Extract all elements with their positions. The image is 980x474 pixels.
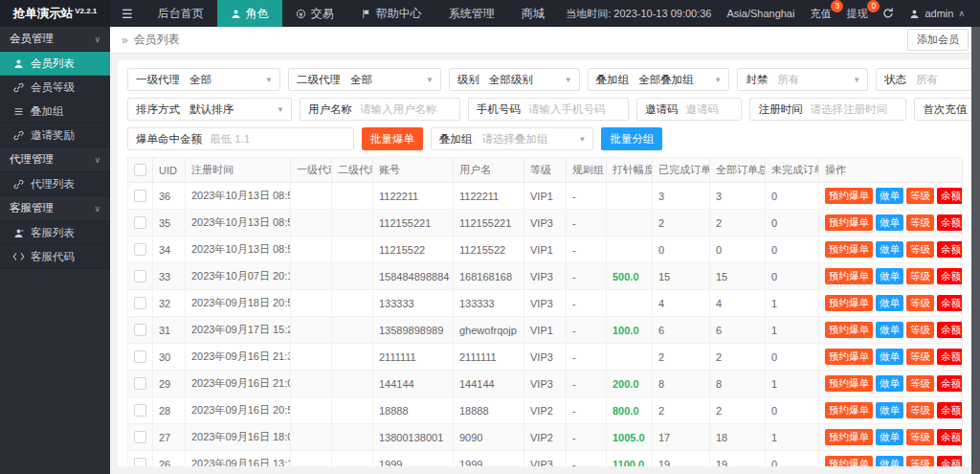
- top-menu-item-1[interactable]: 后台首页: [145, 0, 217, 27]
- sidebar-group-3[interactable]: 客服管理∨: [0, 196, 110, 221]
- action-button-做单[interactable]: 做单: [876, 214, 903, 231]
- withdraw-link[interactable]: 提现 0: [846, 7, 867, 21]
- top-menu-item-5[interactable]: 系统管理: [435, 0, 508, 27]
- action-button-预约爆单[interactable]: 预约爆单: [825, 456, 873, 466]
- action-button-预约爆单[interactable]: 预约爆单: [825, 295, 873, 311]
- row-checkbox[interactable]: [134, 404, 146, 417]
- sidebar-item-会员列表[interactable]: 会员列表: [0, 52, 110, 76]
- row-checkbox[interactable]: [134, 458, 146, 466]
- row-checkbox[interactable]: [134, 297, 146, 309]
- action-button-做单[interactable]: 做单: [876, 295, 903, 311]
- action-button-等级[interactable]: 等级: [906, 295, 934, 311]
- filter-input[interactable]: [528, 100, 628, 119]
- vertical-scrollbar[interactable]: [971, 27, 980, 474]
- filter-邀请码[interactable]: 邀请码: [636, 98, 743, 121]
- sidebar-item-会员等级[interactable]: 会员等级: [0, 76, 110, 100]
- filter-封禁[interactable]: 封禁所有▼: [737, 68, 868, 91]
- action-button-做单[interactable]: 做单: [876, 402, 903, 418]
- action-button-余额[interactable]: 余额: [937, 188, 963, 204]
- filter-用户名称[interactable]: 用户名称: [300, 98, 460, 121]
- action-button-做单[interactable]: 做单: [876, 322, 903, 338]
- row-checkbox[interactable]: [134, 324, 146, 336]
- action-button-预约爆单[interactable]: 预约爆单: [825, 268, 873, 284]
- sidebar-item-代理列表[interactable]: 代理列表: [0, 172, 110, 196]
- batch-burst-button[interactable]: 批量爆单: [362, 127, 423, 150]
- action-button-做单[interactable]: 做单: [876, 349, 903, 365]
- filter-手机号码[interactable]: 手机号码: [468, 98, 629, 121]
- filter-input[interactable]: [685, 100, 741, 119]
- action-button-等级[interactable]: 等级: [906, 268, 934, 284]
- action-button-等级[interactable]: 等级: [906, 322, 934, 338]
- top-menu-item-4[interactable]: 帮助中心: [347, 0, 435, 27]
- action-button-余额[interactable]: 余额: [937, 375, 963, 392]
- action-button-等级[interactable]: 等级: [906, 349, 934, 365]
- filter-二级代理[interactable]: 二级代理全部▼: [288, 68, 441, 91]
- action-button-余额[interactable]: 余额: [937, 268, 963, 284]
- user-menu[interactable]: admin ∧: [909, 8, 965, 19]
- action-button-等级[interactable]: 等级: [906, 429, 934, 445]
- menu-toggle-icon[interactable]: ☰: [110, 0, 145, 27]
- action-button-预约爆单[interactable]: 预约爆单: [825, 214, 873, 231]
- action-button-余额[interactable]: 余额: [937, 349, 963, 365]
- action-button-预约爆单[interactable]: 预约爆单: [825, 349, 873, 365]
- action-button-做单[interactable]: 做单: [876, 456, 903, 466]
- sidebar-group-2[interactable]: 代理管理∨: [0, 147, 110, 172]
- action-button-等级[interactable]: 等级: [906, 402, 934, 418]
- action-button-余额[interactable]: 余额: [937, 429, 963, 445]
- sidebar-item-客服代码[interactable]: 客服代码: [0, 245, 110, 269]
- action-button-预约爆单[interactable]: 预约爆单: [825, 188, 873, 204]
- top-menu-item-2[interactable]: 角色: [217, 0, 282, 27]
- filter-排序方式[interactable]: 排序方式默认排序▼: [127, 98, 292, 121]
- batch-group-button[interactable]: 批量分组: [601, 127, 662, 150]
- burst-amount-input[interactable]: [210, 129, 353, 148]
- action-button-等级[interactable]: 等级: [906, 214, 934, 231]
- row-checkbox[interactable]: [134, 431, 146, 443]
- stack-group-filter[interactable]: 叠加组 请选择叠加组 ▼: [431, 127, 593, 150]
- filter-状态[interactable]: 状态所有▼: [876, 68, 972, 91]
- action-button-余额[interactable]: 余额: [937, 214, 963, 231]
- filter-级别[interactable]: 级别全部级别▼: [449, 68, 580, 91]
- sidebar-group-1[interactable]: 会员管理∨: [0, 27, 110, 52]
- row-checkbox[interactable]: [134, 216, 146, 229]
- action-button-做单[interactable]: 做单: [876, 241, 903, 258]
- action-button-余额[interactable]: 余额: [937, 402, 963, 418]
- cell-uid: 26: [153, 451, 186, 467]
- action-button-预约爆单[interactable]: 预约爆单: [825, 429, 873, 445]
- action-button-等级[interactable]: 等级: [906, 241, 934, 258]
- action-button-做单[interactable]: 做单: [876, 375, 903, 392]
- filter-一级代理[interactable]: 一级代理全部▼: [127, 68, 280, 91]
- top-menu-item-6[interactable]: 商城: [508, 0, 558, 27]
- filter-input[interactable]: [810, 100, 905, 119]
- row-checkbox[interactable]: [134, 243, 146, 256]
- action-button-预约爆单[interactable]: 预约爆单: [825, 375, 873, 392]
- action-button-余额[interactable]: 余额: [937, 241, 963, 258]
- action-button-余额[interactable]: 余额: [937, 456, 963, 466]
- action-button-做单[interactable]: 做单: [876, 429, 903, 445]
- action-button-余额[interactable]: 余额: [937, 295, 963, 311]
- select-all-checkbox[interactable]: [134, 164, 146, 176]
- row-checkbox[interactable]: [134, 190, 146, 202]
- row-checkbox[interactable]: [134, 350, 146, 363]
- filter-input[interactable]: [360, 100, 459, 119]
- filter-注册时间[interactable]: 注册时间: [749, 98, 906, 121]
- top-menu-item-3[interactable]: 交易: [282, 0, 347, 27]
- action-button-余额[interactable]: 余额: [937, 322, 963, 338]
- add-member-button[interactable]: 添加会员: [907, 29, 969, 51]
- action-button-等级[interactable]: 等级: [906, 456, 934, 466]
- recharge-link[interactable]: 充值 3: [810, 7, 831, 21]
- filter-首次充值[interactable]: 首次充值所有▼: [914, 98, 972, 121]
- refresh-icon[interactable]: [882, 8, 894, 19]
- action-button-做单[interactable]: 做单: [876, 268, 903, 284]
- filter-叠加组[interactable]: 叠加组全部叠加组▼: [588, 68, 729, 91]
- action-button-预约爆单[interactable]: 预约爆单: [825, 241, 873, 258]
- sidebar-item-客服列表[interactable]: 客服列表: [0, 221, 110, 245]
- sidebar-item-邀请奖励[interactable]: 邀请奖励: [0, 124, 110, 147]
- action-button-预约爆单[interactable]: 预约爆单: [825, 402, 873, 418]
- action-button-等级[interactable]: 等级: [906, 375, 934, 392]
- row-checkbox[interactable]: [134, 270, 146, 282]
- sidebar-item-叠加组[interactable]: 叠加组: [0, 100, 110, 124]
- action-button-等级[interactable]: 等级: [906, 188, 934, 204]
- row-checkbox[interactable]: [134, 377, 146, 390]
- action-button-预约爆单[interactable]: 预约爆单: [825, 322, 873, 338]
- action-button-做单[interactable]: 做单: [876, 188, 903, 204]
